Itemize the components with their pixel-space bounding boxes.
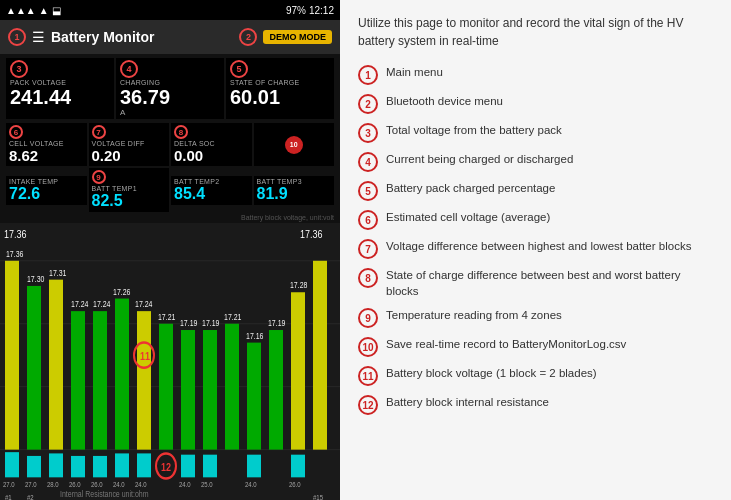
num-8: 8 bbox=[174, 125, 188, 139]
signal-icon: ▲▲▲ bbox=[6, 5, 36, 16]
svg-text:17.26: 17.26 bbox=[113, 287, 131, 297]
demo-badge[interactable]: DEMO MODE bbox=[263, 30, 332, 44]
svg-text:17.30: 17.30 bbox=[27, 274, 45, 284]
battery-percent: 97% bbox=[286, 5, 306, 16]
desc-text-7: Voltage difference between highest and l… bbox=[386, 238, 691, 254]
desc-item-12: 12 Battery block internal resistance bbox=[358, 394, 713, 415]
svg-rect-58 bbox=[247, 455, 261, 478]
clock: 12:12 bbox=[309, 5, 334, 16]
charging-label: CHARGING bbox=[120, 79, 220, 86]
num-5: 5 bbox=[230, 60, 248, 78]
record-button[interactable]: 10 bbox=[285, 136, 303, 154]
metric-soc: 5 STATE OF CHARGE 60.01 bbox=[226, 58, 334, 119]
desc-item-9: 9 Temperature reading from 4 zones bbox=[358, 307, 713, 328]
desc-num-2: 2 bbox=[358, 94, 378, 114]
cell-voltage-label: CELL VOLTAGE bbox=[9, 140, 84, 147]
app-header: 1 ☰ Battery Monitor 2 DEMO MODE bbox=[0, 20, 340, 54]
desc-text-4: Current being charged or discharged bbox=[386, 151, 573, 167]
desc-item-4: 4 Current being charged or discharged bbox=[358, 151, 713, 172]
svg-rect-54 bbox=[181, 455, 195, 478]
chart-area: 17.36 17.36 17.36 17.30 17.31 17.24 17.2… bbox=[0, 223, 340, 500]
svg-text:17.21: 17.21 bbox=[224, 312, 242, 322]
desc-item-8: 8 State of charge difference between bes… bbox=[358, 267, 713, 299]
desc-num-9: 9 bbox=[358, 308, 378, 328]
app-title: Battery Monitor bbox=[51, 29, 154, 45]
desc-num-11: 11 bbox=[358, 366, 378, 386]
desc-item-11: 11 Battery block voltage (1 block = 2 bl… bbox=[358, 365, 713, 386]
desc-item-6: 6 Estimated cell voltage (average) bbox=[358, 209, 713, 230]
status-icons-left: ▲▲▲ ▲ ⬓ bbox=[6, 5, 61, 16]
num-6: 6 bbox=[9, 125, 23, 139]
svg-text:28.0: 28.0 bbox=[47, 481, 59, 489]
status-icons-right: 97% 12:12 bbox=[286, 5, 334, 16]
charging-unit: A bbox=[120, 108, 220, 117]
svg-rect-13 bbox=[71, 311, 85, 450]
metrics-row2: 6 CELL VOLTAGE 8.62 7 VOLTAGE DIFF 0.20 … bbox=[0, 123, 340, 168]
svg-text:#1: #1 bbox=[5, 493, 12, 500]
svg-rect-44 bbox=[71, 456, 85, 477]
num-10: 10 bbox=[290, 141, 298, 148]
svg-text:24.0: 24.0 bbox=[179, 481, 191, 489]
num-2[interactable]: 2 bbox=[239, 28, 257, 46]
desc-num-6: 6 bbox=[358, 210, 378, 230]
desc-num-4: 4 bbox=[358, 152, 378, 172]
desc-items: 1 Main menu 2 Bluetooth device menu 3 To… bbox=[358, 64, 713, 415]
desc-text-8: State of charge difference between best … bbox=[386, 267, 713, 299]
soc-label: STATE OF CHARGE bbox=[230, 79, 330, 86]
desc-intro: Utilize this page to monitor and record … bbox=[358, 14, 713, 50]
desc-text-11: Battery block voltage (1 block = 2 blade… bbox=[386, 365, 597, 381]
svg-text:24.0: 24.0 bbox=[245, 481, 257, 489]
batt-temp3: BATT TEMP3 81.9 bbox=[254, 176, 335, 205]
desc-text-10: Save real-time record to BatteryMonitorL… bbox=[386, 336, 626, 352]
svg-text:12: 12 bbox=[161, 461, 171, 473]
svg-text:26.0: 26.0 bbox=[69, 481, 81, 489]
desc-text-5: Battery pack charged percentage bbox=[386, 180, 555, 196]
desc-item-5: 5 Battery pack charged percentage bbox=[358, 180, 713, 201]
svg-text:#15: #15 bbox=[313, 493, 323, 500]
desc-panel: Utilize this page to monitor and record … bbox=[340, 0, 731, 500]
batt-temp1: 9 BATT TEMP1 82.5 bbox=[89, 168, 170, 212]
wifi-icon: ▲ bbox=[39, 5, 49, 16]
batt-temp3-value: 81.9 bbox=[257, 185, 332, 203]
desc-text-6: Estimated cell voltage (average) bbox=[386, 209, 550, 225]
voltage-diff-label: VOLTAGE DIFF bbox=[92, 140, 167, 147]
bt-icon: ⬓ bbox=[52, 5, 61, 16]
desc-num-8: 8 bbox=[358, 268, 378, 288]
metric-pack-voltage: 3 PACK VOLTAGE 241.44 bbox=[6, 58, 114, 119]
svg-rect-23 bbox=[159, 324, 173, 450]
svg-text:17.19: 17.19 bbox=[202, 318, 220, 328]
metric-num10[interactable]: 10 bbox=[254, 123, 335, 166]
svg-rect-17 bbox=[115, 299, 129, 450]
desc-num-3: 3 bbox=[358, 123, 378, 143]
svg-rect-50 bbox=[137, 453, 151, 477]
intake-temp-value: 72.6 bbox=[9, 185, 84, 203]
batt-temp1-value: 82.5 bbox=[92, 192, 167, 210]
svg-rect-29 bbox=[225, 324, 239, 450]
cell-voltage-value: 8.62 bbox=[9, 147, 84, 164]
svg-text:24.0: 24.0 bbox=[113, 481, 125, 489]
desc-num-12: 12 bbox=[358, 395, 378, 415]
desc-num-7: 7 bbox=[358, 239, 378, 259]
battery-chart: 17.36 17.36 17.36 17.30 17.31 17.24 17.2… bbox=[0, 223, 340, 500]
batt-temp2-value: 85.4 bbox=[174, 185, 249, 203]
svg-rect-48 bbox=[115, 453, 129, 477]
metrics-row1: 3 PACK VOLTAGE 241.44 4 CHARGING 36.79 A… bbox=[0, 54, 340, 123]
hamburger-icon[interactable]: ☰ bbox=[32, 29, 45, 45]
desc-item-2: 2 Bluetooth device menu bbox=[358, 93, 713, 114]
svg-rect-33 bbox=[269, 330, 283, 450]
svg-text:17.24: 17.24 bbox=[135, 300, 153, 310]
metric-charging: 4 CHARGING 36.79 A bbox=[116, 58, 224, 119]
svg-rect-19 bbox=[137, 311, 151, 450]
desc-text-3: Total voltage from the battery pack bbox=[386, 122, 562, 138]
num-4: 4 bbox=[120, 60, 138, 78]
batt-temp3-label: BATT TEMP3 bbox=[257, 178, 332, 185]
svg-text:17.36: 17.36 bbox=[4, 228, 27, 240]
svg-rect-35 bbox=[291, 292, 305, 449]
batt-temp2-label: BATT TEMP2 bbox=[174, 178, 249, 185]
svg-rect-38 bbox=[5, 452, 19, 477]
svg-text:26.0: 26.0 bbox=[289, 481, 301, 489]
num-1[interactable]: 1 bbox=[8, 28, 26, 46]
svg-text:17.36: 17.36 bbox=[6, 249, 24, 259]
desc-text-1: Main menu bbox=[386, 64, 443, 80]
svg-text:27.0: 27.0 bbox=[25, 481, 37, 489]
